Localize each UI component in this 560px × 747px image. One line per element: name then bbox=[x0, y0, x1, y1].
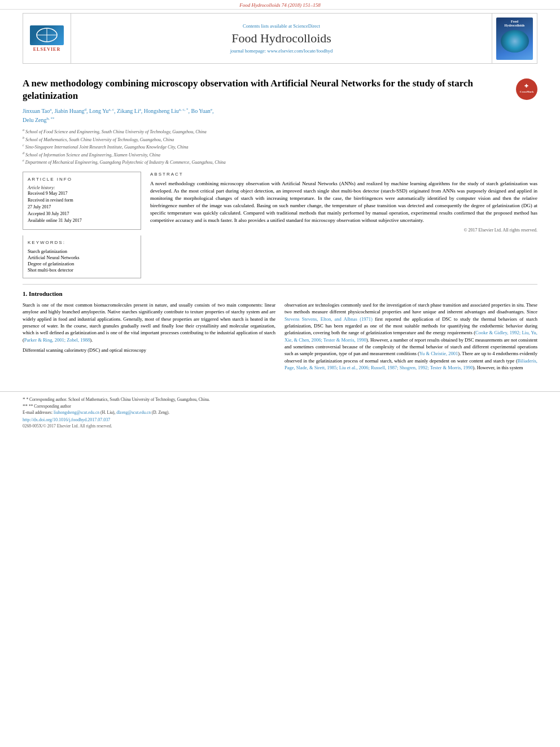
introduction-section: 1. Introduction Starch is one of the mos… bbox=[23, 290, 537, 374]
contents-available-line: Contents lists available at ScienceDirec… bbox=[243, 23, 320, 29]
elsevier-logo: ELSEVIER bbox=[30, 25, 64, 52]
accepted-date: Accepted 30 July 2017 bbox=[28, 211, 136, 216]
affiliations-section: a School of Food Science and Engineering… bbox=[23, 128, 537, 166]
elsevier-text: ELSEVIER bbox=[33, 47, 60, 52]
affiliation-d: d School of Information Science and Engi… bbox=[23, 151, 537, 159]
authors-line: Jinxuan Taoa, Jiabin Huangd, Long Yua, c… bbox=[23, 107, 537, 124]
keywords-header: Keywords: bbox=[28, 240, 136, 245]
article-info-column: ARTICLE INFO Article history: Received 9… bbox=[23, 172, 141, 278]
journal-citation-bar: Food Hydrocolloids 74 (2018) 151–158 bbox=[0, 0, 560, 10]
cover-title-text: FoodHydrocolloids bbox=[505, 20, 525, 28]
elsevier-logo-section: ELSEVIER bbox=[23, 14, 71, 63]
article-info-header: ARTICLE INFO bbox=[28, 177, 136, 182]
abstract-text: A novel methodology combining microscopy… bbox=[150, 180, 537, 224]
intro-body-cols: Starch is one of the most common biomacr… bbox=[23, 302, 537, 374]
journal-info-center: Contents lists available at ScienceDirec… bbox=[71, 14, 492, 63]
intro-para-2: Differential scanning calorimetry (DSC) … bbox=[23, 347, 275, 353]
article-title: A new methodology combining microscopy o… bbox=[23, 77, 510, 102]
affiliation-a: a School of Food Science and Engineering… bbox=[23, 128, 537, 136]
cover-decoration bbox=[501, 30, 529, 53]
revised-date: 27 July 2017 bbox=[28, 204, 136, 209]
email2-link[interactable]: dlzeng@scut.edu.cn bbox=[116, 410, 151, 415]
journal-cover-image: FoodHydrocolloids bbox=[496, 18, 533, 60]
introduction-title: 1. Introduction bbox=[23, 290, 537, 297]
issn-text: 0268-005X/© 2017 Elsevier Ltd. All right… bbox=[23, 423, 537, 429]
footnote-doublestar-text: ** ** Corresponding author bbox=[23, 403, 537, 409]
intro-right-para-1: observation are technologies commonly us… bbox=[285, 302, 537, 371]
doi-link[interactable]: http://dx.doi.org/10.1016/j.foodhyd.2017… bbox=[23, 417, 537, 422]
keyword-3: Degree of gelatinization bbox=[28, 261, 136, 267]
keyword-1: Starch gelatinization bbox=[28, 248, 136, 254]
received-date: Received 9 May 2017 bbox=[28, 191, 136, 196]
affiliation-c: c Sino-Singapore International Joint Res… bbox=[23, 143, 537, 151]
article-info-box: ARTICLE INFO Article history: Received 9… bbox=[23, 172, 141, 230]
footnote-star-symbol: * bbox=[23, 396, 25, 402]
abstract-column: ABSTRACT A novel methodology combining m… bbox=[150, 172, 537, 278]
journal-homepage-line: journal homepage: www.elsevier.com/locat… bbox=[230, 48, 333, 54]
page-footer: * * Corresponding author. School of Math… bbox=[0, 391, 560, 433]
journal-homepage-link[interactable]: www.elsevier.com/locate/foodhyd bbox=[267, 48, 333, 54]
corresponding-author-label: ** Corresponding author bbox=[29, 404, 71, 409]
ref-stevens: Stevens Stevens, Elton, and Albnas (1971… bbox=[285, 316, 373, 322]
footnote-doublestar-symbol: ** bbox=[23, 403, 28, 409]
article-info-abstract-cols: ARTICLE INFO Article history: Received 9… bbox=[23, 172, 537, 278]
crossmark-badge: ✚CrossMark bbox=[516, 78, 537, 100]
keyword-2: Artificial Neural Networks bbox=[28, 255, 136, 260]
article-title-section: A new methodology combining microscopy o… bbox=[23, 77, 537, 102]
available-date: Available online 31 July 2017 bbox=[28, 218, 136, 223]
history-label: Article history: bbox=[28, 185, 136, 190]
ref-cooke: Cooke & Gidley, 1992; Liu, Yu, Xie, & Ch… bbox=[285, 330, 537, 342]
sciencedirect-link[interactable]: ScienceDirect bbox=[293, 23, 320, 29]
copyright-line: © 2017 Elsevier Ltd. All rights reserved… bbox=[150, 228, 537, 233]
keyword-4: Shot multi-box detector bbox=[28, 267, 136, 273]
affiliation-e: e Department of Mechanical Engineering, … bbox=[23, 158, 537, 166]
journal-header: ELSEVIER Contents lists available at Sci… bbox=[23, 13, 537, 64]
email1-link[interactable]: liuhongsheng@scut.edu.cn bbox=[54, 410, 99, 415]
elsevier-graphic bbox=[30, 25, 64, 45]
received-revised-label: Received in revised form bbox=[28, 198, 136, 203]
footnote-star-text: * * Corresponding author. School of Math… bbox=[23, 396, 537, 402]
affiliation-b: b School of Mathematics, South China Uni… bbox=[23, 136, 537, 143]
abstract-section: ABSTRACT A novel methodology combining m… bbox=[150, 172, 537, 233]
article-content: A new methodology combining microscopy o… bbox=[0, 67, 560, 380]
journal-citation-text: Food Hydrocolloids 74 (2018) 151–158 bbox=[239, 2, 321, 8]
ref-parker: Parker & Ring, 2001; Zobel, 1988 bbox=[24, 337, 90, 343]
abstract-header: ABSTRACT bbox=[150, 172, 537, 177]
ref-yu: Yu & Christie, 2001 bbox=[419, 351, 458, 356]
intro-right-col: observation are technologies commonly us… bbox=[285, 302, 537, 374]
journal-cover-section: FoodHydrocolloids bbox=[492, 14, 537, 63]
intro-para-1: Starch is one of the most common biomacr… bbox=[23, 302, 275, 343]
crossmark-icon: ✚CrossMark bbox=[516, 78, 537, 100]
journal-title: Food Hydrocolloids bbox=[231, 31, 331, 46]
ref-biliaderis: Biliaderis, Page, Slade, & Sirett, 1985;… bbox=[285, 358, 537, 370]
page: Food Hydrocolloids 74 (2018) 151–158 ELS… bbox=[0, 0, 560, 433]
intro-left-col: Starch is one of the most common biomacr… bbox=[23, 302, 275, 374]
keywords-box: Keywords: Starch gelatinization Artifici… bbox=[23, 235, 141, 278]
section-divider bbox=[23, 284, 537, 285]
email-addresses-line: E-mail addresses: liuhongsheng@scut.edu.… bbox=[23, 410, 537, 415]
